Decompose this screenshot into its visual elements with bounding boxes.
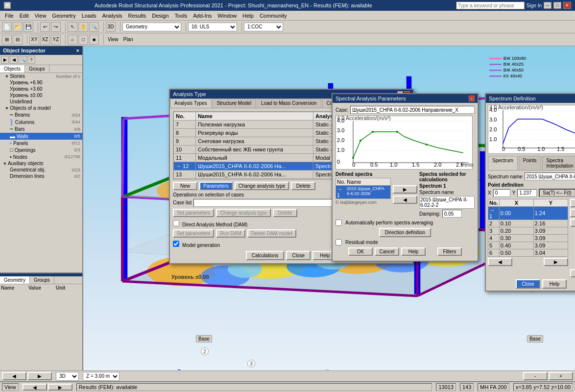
btn-ok-spectral[interactable]: OK xyxy=(348,247,373,256)
btn-sa-ft[interactable]: Sa(T) <-- F(t) xyxy=(539,189,575,197)
sd-row-3[interactable]: 3 0.20 3.09 xyxy=(488,227,568,235)
sd-x-input[interactable] xyxy=(493,189,510,197)
sd-name-input[interactable] xyxy=(525,172,575,180)
canvas-area[interactable]: X Y Z Уровень ±0.00 Уровень +3.60 Уровен… xyxy=(83,46,575,370)
tb-select[interactable]: ↖ xyxy=(68,22,77,32)
btn-delete-point[interactable]: Delete xyxy=(570,209,575,217)
btn-filters[interactable]: Filters xyxy=(437,247,462,256)
btn-sd-next[interactable]: ▶ xyxy=(544,258,568,266)
tree-dim-lines[interactable]: Dimension lines 0/2 xyxy=(0,173,82,179)
tree-expand-model[interactable]: ▼ xyxy=(4,106,10,111)
search-input[interactable] xyxy=(456,1,525,9)
inspector-tb-btn2[interactable]: ◀ xyxy=(10,56,18,64)
tb2-snap[interactable]: ⊞ xyxy=(2,35,12,45)
sd-y-input[interactable] xyxy=(517,189,537,197)
btn-delete2[interactable]: Delete xyxy=(273,209,297,217)
btn-open-spectrum[interactable]: Open xyxy=(570,269,575,277)
btn-calculations[interactable]: Calculations xyxy=(246,251,284,260)
btn-direction[interactable]: Direction definition xyxy=(379,228,431,237)
btn-set-params-dam[interactable]: Set parameters xyxy=(173,229,214,238)
menu-analysis[interactable]: Analysis xyxy=(99,12,125,20)
btn-new[interactable]: New xyxy=(173,182,197,190)
tab-load-mass[interactable]: Load to Mass Conversion xyxy=(257,98,321,108)
btn-run-dam[interactable]: Run DAM xyxy=(216,229,245,238)
btn-close-analysis[interactable]: Close xyxy=(286,251,311,260)
menu-help[interactable]: Help xyxy=(240,12,257,20)
coc-selector[interactable]: 1:COC xyxy=(244,23,283,31)
defined-row-1[interactable]: → 1 2015 Шуши_СНРА II-6.02-2006 xyxy=(336,186,390,198)
tb2-home[interactable]: ⌂ xyxy=(68,35,77,45)
tb-undo[interactable]: ↩ xyxy=(40,22,50,32)
tb-zoom[interactable]: 🔍 xyxy=(89,22,99,32)
tree-undefined[interactable]: Undefined xyxy=(0,98,82,105)
btn-spec-right[interactable]: ▶ xyxy=(393,185,417,194)
tree-level-690[interactable]: Уровень +6.90 xyxy=(0,79,82,86)
tb2-grid[interactable]: ⊟ xyxy=(13,35,23,45)
auto-avg-checkbox[interactable] xyxy=(335,220,342,226)
tab-structure-model[interactable]: Structure Model xyxy=(213,98,256,108)
status-next[interactable]: ▶ xyxy=(48,384,72,391)
residual-checkbox[interactable] xyxy=(335,239,342,245)
close-btn[interactable]: ✕ xyxy=(563,2,571,9)
tree-auxiliary[interactable]: ▼ Auxiliary objects xyxy=(0,160,82,167)
z-level-select[interactable]: Z = 3.00 m xyxy=(83,372,120,381)
dam-checkbox[interactable] xyxy=(173,220,179,226)
tb-open[interactable]: 📂 xyxy=(13,22,23,32)
tb-view3d[interactable]: 3D xyxy=(106,22,116,32)
btn-change-type[interactable]: Change analysis type xyxy=(235,182,289,190)
tb2-wireframe[interactable]: □ xyxy=(78,35,88,45)
view-mode-select[interactable]: 3D Plan xyxy=(56,372,79,381)
tb-redo[interactable]: ↪ xyxy=(51,22,61,32)
tab-analysis-types[interactable]: Analysis Types xyxy=(170,98,212,108)
mode-selector[interactable]: Geometry Results Design xyxy=(122,23,181,31)
sd-tab-points[interactable]: Points xyxy=(519,156,541,170)
tree-openings[interactable]: □ Openings 0/3 xyxy=(0,147,82,153)
tab-groups[interactable]: Groups xyxy=(25,65,49,73)
tree-walls[interactable]: ▬ Walls 0/5 xyxy=(0,133,82,140)
tab-objects[interactable]: Objects xyxy=(0,65,25,73)
sd-row-5[interactable]: 5 0.40 3.09 xyxy=(488,242,568,249)
menu-file[interactable]: File xyxy=(2,12,17,20)
btn-spec-left[interactable]: ◀ xyxy=(393,196,417,204)
spectral-case-input[interactable] xyxy=(350,106,475,114)
spectral-close[interactable]: × xyxy=(469,96,475,101)
tree-objects-model[interactable]: ▼ Objects of a model xyxy=(0,105,82,111)
tree-beams[interactable]: ━ Beams 0/24 xyxy=(0,111,82,119)
sd-row-4[interactable]: 4 0.30 3.09 xyxy=(488,235,568,242)
tree-nodes[interactable]: • Nodes 0/12795 xyxy=(0,153,82,160)
btn-bottom-zoom-in[interactable]: + xyxy=(549,372,573,380)
tree-geom-obj[interactable]: Geometrical obj. 0/23 xyxy=(0,167,82,173)
menu-loads[interactable]: Loads xyxy=(79,12,99,20)
menu-view[interactable]: View xyxy=(32,12,49,20)
maximize-btn[interactable]: □ xyxy=(553,2,561,9)
tb-pan[interactable]: ✋ xyxy=(78,22,88,32)
minimize-btn[interactable]: ─ xyxy=(544,2,551,9)
btn-bottom-zoom-out[interactable]: - xyxy=(523,372,548,380)
btn-change-analysis[interactable]: Change analysis type xyxy=(216,209,271,217)
tree-level-000[interactable]: Уровень ±0.00 xyxy=(0,92,82,98)
menu-geometry[interactable]: Geometry xyxy=(49,12,78,20)
btn-cancel-spectral[interactable]: Cancel xyxy=(375,247,399,256)
btn-set-params[interactable]: Set parameters xyxy=(173,209,214,217)
tree-expand-aux[interactable]: ▼ xyxy=(2,161,8,166)
sign-in-btn[interactable]: Sign In xyxy=(527,3,542,8)
tb2-view-xz[interactable]: XZ xyxy=(40,35,50,45)
sd-row-6[interactable]: 6 0.50 3.04 xyxy=(488,249,568,257)
btn-close-spectrum[interactable]: Close xyxy=(516,279,540,289)
tb-save[interactable]: 💾 xyxy=(24,22,33,32)
menu-window[interactable]: Window xyxy=(215,12,240,20)
tb2-view-yz[interactable]: YZ xyxy=(51,35,61,45)
load-case-selector[interactable]: 16: ULS xyxy=(188,23,237,31)
menu-edit[interactable]: Edit xyxy=(17,12,32,20)
menu-community[interactable]: Community xyxy=(257,12,290,20)
tree-stories[interactable]: ▼ Stories Number of o xyxy=(0,73,82,79)
tree-bars[interactable]: ━ Bars 0/8 xyxy=(0,125,82,133)
btn-bottom-next[interactable]: ▶ xyxy=(27,372,52,380)
tree-panels[interactable]: ▪ Panels 0/11 xyxy=(0,140,82,147)
sd-tab-interpolation[interactable]: Spectra Interpolation xyxy=(542,156,575,170)
btn-bottom-prev[interactable]: ◀ xyxy=(2,372,26,380)
tree-expand-stories[interactable]: ▼ xyxy=(4,74,10,79)
menu-results[interactable]: Results xyxy=(125,12,149,20)
tb2-view-xy[interactable]: XY xyxy=(29,35,39,45)
inspector-close[interactable]: × xyxy=(76,48,79,53)
